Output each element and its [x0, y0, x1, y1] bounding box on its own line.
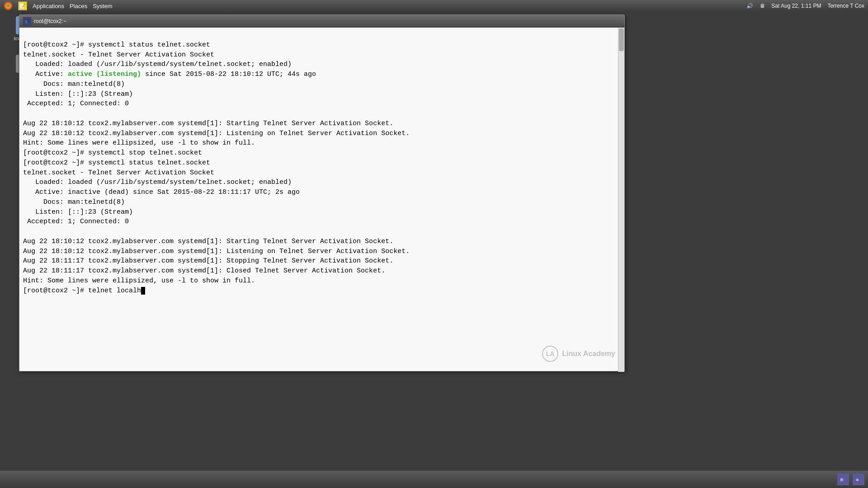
terminal-output: [root@tcox2 ~]# systemctl status telnet.… — [23, 30, 621, 305]
line-16: Docs: man:telnetd(8) — [23, 198, 125, 206]
top-taskbar: 📝 Applications Places System 🔊 🖥 Sat Aug… — [0, 0, 868, 12]
username-display: Terrence T Cox — [827, 3, 864, 9]
applications-menu[interactable]: Applications — [33, 3, 64, 9]
line-5: Docs: man:telnetd(8) — [23, 80, 125, 88]
speaker-icon[interactable]: 🔊 — [746, 3, 753, 9]
svg-point-2 — [7, 5, 9, 7]
line-3: Loaded: loaded (/usr/lib/systemd/system/… — [23, 61, 292, 68]
terminal-app-icon: $_ — [23, 17, 31, 25]
line-8: Aug 22 18:10:12 tcox2.mylabserver.com sy… — [23, 120, 393, 127]
bottom-right-icons: ⊞ ≡ — [837, 474, 864, 485]
line-21: Aug 22 18:11:17 tcox2.mylabserver.com sy… — [23, 257, 393, 265]
line-24-prompt: [root@tcox2 ~]# telnet localh — [23, 287, 145, 295]
svg-text:⊞: ⊞ — [840, 477, 843, 482]
taskbar-right: 🔊 🖥 Sat Aug 22, 1:11 PM Terrence T Cox — [746, 3, 864, 9]
line-23: Hint: Some lines were ellipsized, use -l… — [23, 277, 255, 285]
line-4: Active: active (listening) since Sat 201… — [23, 70, 316, 78]
line-7: Accepted: 1; Connected: 0 — [23, 100, 129, 108]
terminal-scrollbar[interactable] — [618, 28, 624, 372]
notes-icon[interactable]: 📝 — [18, 1, 27, 10]
terminal-window: $_ root@tcox2:~ [root@tcox2 ~]# systemct… — [19, 14, 625, 371]
datetime-display: Sat Aug 22, 1:11 PM — [771, 3, 821, 9]
linux-academy-text: Linux Academy — [562, 350, 615, 358]
terminal-body[interactable]: [root@tcox2 ~]# systemctl status telnet.… — [19, 28, 624, 371]
line-10: Hint: Some lines were ellipsized, use -l… — [23, 139, 255, 147]
line-12: [root@tcox2 ~]# systemctl status telnet.… — [23, 159, 210, 167]
bottom-icon-2[interactable]: ≡ — [853, 474, 864, 485]
system-menu[interactable]: System — [93, 3, 112, 9]
firefox-icon[interactable] — [4, 1, 13, 10]
line-14: Loaded: loaded (/usr/lib/systemd/system/… — [23, 178, 292, 186]
line-18: Accepted: 1; Connected: 0 — [23, 218, 129, 225]
line-1: [root@tcox2 ~]# systemctl status telnet.… — [23, 41, 210, 49]
line-11: [root@tcox2 ~]# systemctl stop telnet.so… — [23, 149, 202, 157]
terminal-titlebar: $_ root@tcox2:~ — [19, 15, 624, 28]
svg-text:$_: $_ — [25, 19, 30, 24]
svg-text:LA: LA — [546, 350, 555, 357]
linux-academy-watermark: LA Linux Academy — [542, 346, 615, 362]
line-20: Aug 22 18:10:12 tcox2.mylabserver.com sy… — [23, 248, 410, 255]
network-icon[interactable]: 🖥 — [760, 3, 765, 9]
bottom-icon-1[interactable]: ⊞ — [837, 474, 849, 485]
line-9: Aug 22 18:10:12 tcox2.mylabserver.com sy… — [23, 130, 410, 137]
line-17: Listen: [::]:23 (Stream) — [23, 208, 133, 216]
line-2: telnet.socket - Telnet Server Activation… — [23, 51, 214, 59]
line-22: Aug 22 18:11:17 tcox2.mylabserver.com sy… — [23, 267, 385, 275]
active-status: active (listening) — [68, 70, 141, 78]
bottom-taskbar: ⊞ ≡ — [0, 471, 868, 488]
line-13: telnet.socket - Telnet Server Activation… — [23, 169, 214, 177]
terminal-cursor — [141, 287, 145, 295]
line-19: Aug 22 18:10:12 tcox2.mylabserver.com sy… — [23, 238, 393, 245]
taskbar-left: 📝 Applications Places System — [4, 1, 112, 10]
line-15: Active: inactive (dead) since Sat 2015-0… — [23, 188, 300, 196]
line-6: Listen: [::]:23 (Stream) — [23, 90, 133, 98]
terminal-title: root@tcox2:~ — [34, 18, 66, 24]
scrollbar-thumb[interactable] — [619, 28, 624, 51]
places-menu[interactable]: Places — [70, 3, 87, 9]
svg-text:≡: ≡ — [856, 477, 859, 482]
